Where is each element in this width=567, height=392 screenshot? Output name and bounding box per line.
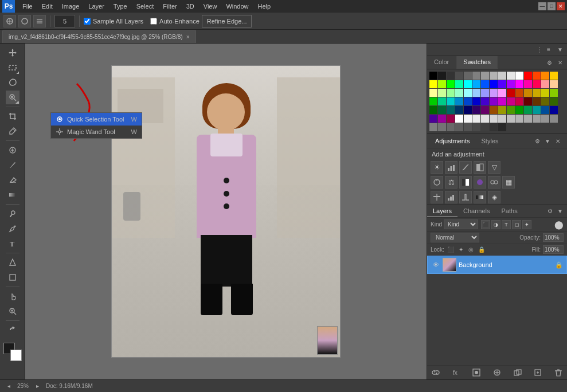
swatch-747474[interactable] [438, 123, 446, 131]
adj-panel-menu[interactable]: ▼ [543, 136, 552, 146]
tab-layers[interactable]: Layers [427, 205, 457, 217]
tool-pen[interactable] [6, 222, 19, 236]
close-tab-icon[interactable]: × [186, 34, 190, 40]
swatch-ff00ff[interactable] [515, 80, 523, 88]
swatch-006600[interactable] [429, 106, 437, 114]
swatch-535353[interactable] [464, 123, 472, 131]
tool-eraser[interactable] [6, 173, 19, 187]
tool-path-select[interactable] [6, 256, 19, 269]
swatch-cccccc[interactable] [498, 72, 506, 80]
adj-panel-close[interactable]: ✕ [553, 136, 562, 146]
swatch-cc0044[interactable] [515, 97, 523, 105]
swatch-8800cc[interactable] [490, 97, 498, 105]
lock-artboards-icon[interactable]: ◎ [467, 246, 475, 254]
panel-collapse-btn[interactable]: ≡ [544, 45, 553, 54]
swatch-666666[interactable] [464, 72, 472, 80]
swatch-4400cc[interactable] [481, 97, 489, 105]
swatch-cacaca[interactable] [498, 115, 506, 123]
swatch-330066[interactable] [472, 106, 480, 114]
swatch-00ff00[interactable] [447, 80, 455, 88]
menu-view[interactable]: View [200, 2, 221, 11]
swatch-999900[interactable] [498, 106, 506, 114]
tool-move[interactable] [6, 46, 19, 60]
blend-mode-select[interactable]: Normal [431, 233, 479, 242]
lock-all-icon[interactable]: 🔒 [478, 246, 486, 254]
filter-smart[interactable]: ✦ [522, 220, 531, 229]
swatch-ccaa00[interactable] [533, 89, 541, 97]
swatch-8a8a8a[interactable] [550, 115, 558, 123]
swatch-0000ff[interactable] [490, 80, 498, 88]
swatch-009999[interactable] [533, 106, 541, 114]
swatch-99ffcc[interactable] [455, 89, 463, 97]
tool-lasso[interactable] [6, 76, 19, 89]
swatch-cc8800[interactable] [524, 89, 532, 97]
tool-popup-quick-select[interactable]: Quick Selection Tool W [51, 113, 142, 126]
adj-levels[interactable] [445, 161, 457, 174]
adj-gradient-map[interactable] [474, 191, 486, 203]
swatch-282828[interactable] [498, 123, 506, 131]
swatch-cc00cc[interactable] [498, 97, 506, 105]
swatch-d5d5d5[interactable] [490, 115, 498, 123]
swatch-ccff99[interactable] [438, 89, 446, 97]
brush-options-btn[interactable] [33, 15, 46, 28]
navigator-next-btn[interactable]: ▸ [33, 382, 41, 390]
swatch-336600[interactable] [550, 97, 558, 105]
swatch-ff99ff[interactable] [498, 89, 506, 97]
layers-panel-menu[interactable]: ▼ [556, 207, 565, 216]
adj-threshold[interactable] [459, 191, 472, 203]
swatch-ffff00[interactable] [429, 80, 437, 88]
tool-hand[interactable] [6, 289, 19, 303]
swatch-333333[interactable] [447, 72, 455, 80]
auto-enhance-check[interactable]: Auto-Enhance [150, 18, 200, 25]
swatches-panel-settings[interactable]: ⚙ [545, 58, 554, 67]
swatch-4d9900[interactable] [507, 106, 515, 114]
swatch-ff0055[interactable] [533, 80, 541, 88]
swatch-cc4400[interactable] [515, 89, 523, 97]
maximize-button[interactable]: □ [548, 2, 556, 10]
swatch-7f7f7f[interactable] [429, 123, 437, 131]
swatch-ffffff[interactable] [515, 72, 523, 80]
minimize-button[interactable]: — [538, 2, 546, 10]
tool-preset-picker[interactable] [3, 15, 16, 28]
menu-file[interactable]: File [18, 2, 37, 11]
swatch-660000[interactable] [524, 97, 532, 105]
tool-quick-select[interactable] [6, 91, 19, 104]
swatch-aaff00[interactable] [438, 80, 446, 88]
tool-gradient[interactable] [6, 188, 19, 202]
adj-posterize[interactable] [445, 191, 457, 203]
swatch-000099[interactable] [550, 106, 558, 114]
swatch-666600[interactable] [541, 97, 549, 105]
swatch-00cc88[interactable] [438, 97, 446, 105]
swatch-0055ff[interactable] [481, 80, 489, 88]
layer-filter-toggle[interactable]: ⬤ [554, 220, 564, 229]
swatch-cc0000[interactable] [507, 89, 515, 97]
swatch-3e3e3e[interactable] [481, 123, 489, 131]
document-tab[interactable]: img_v2_f4d861b0-cf9f-4f55-9c85-551cc4e7f… [2, 30, 196, 43]
background-layer-item[interactable]: 👁 Background 🔒 [427, 256, 567, 274]
adj-selective-color[interactable]: ◈ [488, 191, 500, 203]
tab-color[interactable]: Color [427, 56, 456, 69]
swatch-009900[interactable] [515, 106, 523, 114]
add-fx-btn[interactable]: fx [451, 367, 462, 378]
layer-visibility-toggle[interactable]: 👁 [431, 260, 440, 269]
lock-move-icon[interactable]: ✦ [457, 246, 465, 254]
swatch-000066[interactable] [464, 106, 472, 114]
swatch-333333[interactable] [490, 123, 498, 131]
tab-paths[interactable]: Paths [496, 205, 523, 217]
swatch-cc0088[interactable] [507, 97, 515, 105]
swatch-4d0099[interactable] [429, 115, 437, 123]
swatch-00ffaa[interactable] [455, 80, 463, 88]
swatch-f5f5f5[interactable] [464, 115, 472, 123]
menu-type[interactable]: Type [110, 2, 131, 11]
delete-layer-btn[interactable] [553, 367, 564, 378]
menu-3d[interactable]: 3D [182, 2, 198, 11]
adj-vibrance[interactable]: ▽ [488, 161, 500, 174]
add-adjustment-btn[interactable] [492, 367, 502, 378]
background-color[interactable] [10, 350, 22, 361]
swatch-006666[interactable] [447, 106, 455, 114]
menu-layer[interactable]: Layer [84, 2, 108, 11]
navigator-btn[interactable]: ◂ [5, 382, 13, 390]
menu-edit[interactable]: Edit [38, 2, 57, 11]
adj-invert[interactable] [431, 191, 443, 203]
adj-exposure[interactable] [474, 161, 486, 174]
